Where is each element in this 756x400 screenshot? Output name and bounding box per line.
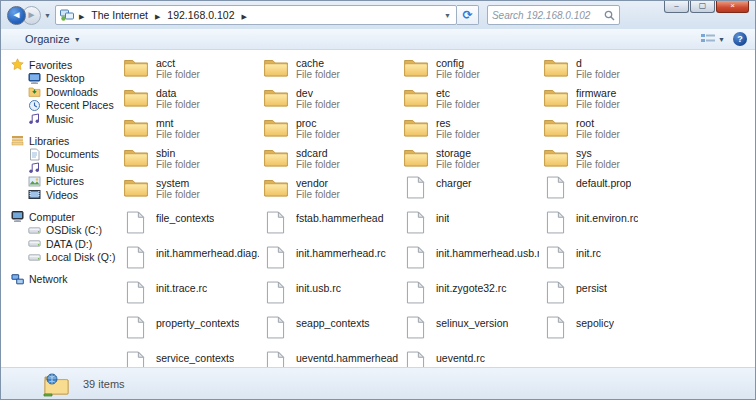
file-item[interactable]: init.rc (541, 244, 681, 279)
folder-item[interactable]: sbinFile folder (121, 144, 261, 174)
change-view-button[interactable]: ▼ (701, 33, 725, 45)
minimize-button[interactable]: – (664, 1, 689, 13)
file-item[interactable]: init.hammerhead.diag.rc (121, 244, 261, 279)
breadcrumb-separator-icon: ▶ (79, 13, 84, 20)
folder-item[interactable]: devFile folder (261, 84, 401, 114)
item-name: mnt (156, 117, 200, 129)
sidebar-item-recent-places[interactable]: Recent Places (1, 99, 119, 112)
sidebar-section-libraries[interactable]: Libraries (1, 134, 119, 147)
help-button[interactable]: ? (733, 32, 747, 46)
item-name: seapp_contexts (296, 317, 370, 329)
folder-item[interactable]: rootFile folder (541, 114, 681, 144)
file-item[interactable]: ueventd.hammerhead.rc (261, 349, 401, 367)
folder-item[interactable]: procFile folder (261, 114, 401, 144)
folder-item[interactable]: vendorFile folder (261, 174, 401, 204)
address-dropdown-icon[interactable]: ▼ (441, 12, 454, 19)
item-type-label: File folder (296, 129, 340, 140)
file-item[interactable]: property_contexts (121, 314, 261, 349)
file-item[interactable]: init.hammerhead.rc (261, 244, 401, 279)
sidebar-section-computer[interactable]: Computer (1, 210, 119, 223)
file-icon (546, 211, 565, 234)
address-bar[interactable]: ▶The Internet▶192.168.0.102▶ ▼ (55, 5, 457, 25)
item-name: ueventd.hammerhead.rc (296, 352, 399, 364)
sidebar-section-network[interactable]: Network (1, 273, 119, 286)
videos-icon (28, 188, 41, 201)
organize-button[interactable]: Organize ▼ (19, 31, 87, 47)
item-name: cache (296, 57, 340, 69)
breadcrumb-segment[interactable]: 192.168.0.102 (165, 8, 236, 22)
recent-icon (28, 99, 41, 112)
folder-item[interactable]: storageFile folder (401, 144, 541, 174)
sidebar-item-downloads[interactable]: Downloads (1, 85, 119, 98)
folder-item[interactable]: systemFile folder (121, 174, 261, 204)
close-button[interactable]: × (716, 1, 749, 13)
file-item[interactable]: sepolicy (541, 314, 681, 349)
sidebar-item-data-d-[interactable]: DATA (D:) (1, 237, 119, 250)
sidebar-item-documents[interactable]: Documents (1, 148, 119, 161)
folder-icon (123, 176, 149, 198)
sidebar-item-osdisk-c-[interactable]: OSDisk (C:) (1, 224, 119, 237)
folder-item[interactable]: firmwareFile folder (541, 84, 681, 114)
sidebar-item-videos[interactable]: Videos (1, 188, 119, 201)
sidebar-item-label: Downloads (46, 86, 98, 98)
folder-icon (403, 116, 429, 138)
file-item[interactable]: service_contexts (121, 349, 261, 367)
sidebar-item-desktop[interactable]: Desktop (1, 72, 119, 85)
folder-item[interactable]: acctFile folder (121, 54, 261, 84)
breadcrumb-segment[interactable]: The Internet (89, 8, 150, 22)
views-dropdown-icon: ▼ (718, 36, 725, 43)
sidebar-section-favorites[interactable]: Favorites (1, 58, 119, 71)
folder-item[interactable]: sysFile folder (541, 144, 681, 174)
item-type-label: File folder (436, 69, 480, 80)
item-name: sepolicy (576, 317, 614, 329)
network-share-icon (43, 371, 71, 397)
maximize-button[interactable]: ▢ (690, 1, 715, 13)
refresh-button[interactable]: ⟳ (457, 5, 479, 25)
file-item[interactable]: seapp_contexts (261, 314, 401, 349)
file-item[interactable]: init.usb.rc (261, 279, 401, 314)
file-item[interactable]: ueventd.rc (401, 349, 541, 367)
sidebar-item-music[interactable]: Music (1, 112, 119, 125)
file-item[interactable]: persist (541, 279, 681, 314)
file-icon (126, 351, 145, 367)
item-name: init.rc (576, 247, 601, 259)
folder-item[interactable]: dataFile folder (121, 84, 261, 114)
search-input[interactable] (492, 10, 604, 21)
network-icon (11, 273, 24, 286)
file-item[interactable]: fstab.hammerhead (261, 209, 401, 244)
folder-item[interactable]: resFile folder (401, 114, 541, 144)
file-item[interactable]: init.hammerhead.usb.rc (401, 244, 541, 279)
file-item[interactable]: init.environ.rc (541, 209, 681, 244)
file-item[interactable]: init (401, 209, 541, 244)
sidebar-item-local-disk-q-[interactable]: Local Disk (Q:) (1, 251, 119, 264)
folder-item[interactable]: sdcardFile folder (261, 144, 401, 174)
folder-item[interactable]: configFile folder (401, 54, 541, 84)
search-icon (604, 10, 615, 21)
folder-icon (263, 86, 289, 108)
file-item[interactable]: init.trace.rc (121, 279, 261, 314)
back-button[interactable]: ◄ (7, 6, 26, 25)
minimize-icon: – (674, 2, 678, 10)
file-item[interactable]: file_contexts (121, 209, 261, 244)
folder-item[interactable]: mntFile folder (121, 114, 261, 144)
breadcrumb-separator-icon[interactable]: ▶ (242, 13, 247, 20)
folder-icon (123, 116, 149, 138)
command-bar: Organize ▼ ▼ ? (1, 29, 755, 50)
sidebar-item-pictures[interactable]: Pictures (1, 175, 119, 188)
file-item[interactable]: default.prop (541, 174, 681, 209)
folder-item[interactable]: etcFile folder (401, 84, 541, 114)
file-item[interactable]: charger (401, 174, 541, 209)
sidebar-item-music[interactable]: Music (1, 161, 119, 174)
close-icon: × (730, 2, 735, 10)
folder-item[interactable]: cacheFile folder (261, 54, 401, 84)
file-item[interactable]: selinux_version (401, 314, 541, 349)
item-name: vendor (296, 177, 340, 189)
file-item[interactable]: init.zygote32.rc (401, 279, 541, 314)
sidebar-item-label: Music (46, 113, 73, 125)
item-name: service_contexts (156, 352, 234, 364)
views-icon (701, 33, 715, 45)
item-name: selinux_version (436, 317, 508, 329)
recent-pages-dropdown[interactable]: ▼ (44, 12, 51, 19)
item-name: init.environ.rc (576, 212, 638, 224)
folder-item[interactable]: dFile folder (541, 54, 681, 84)
